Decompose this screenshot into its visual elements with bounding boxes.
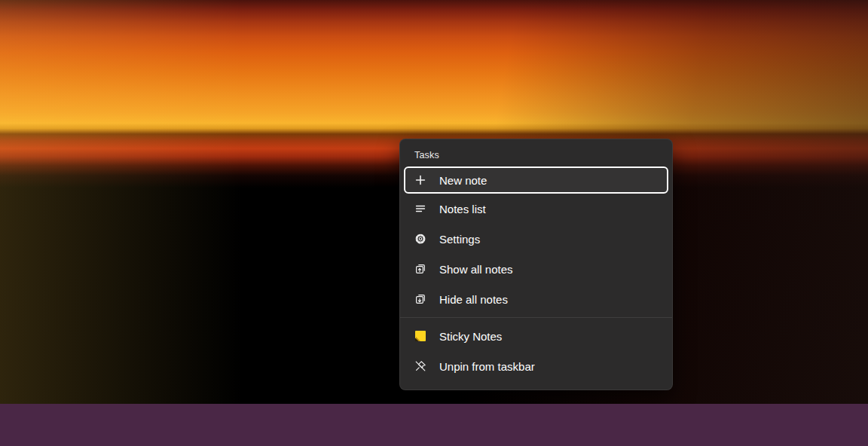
menu-item-settings[interactable]: Settings (400, 224, 672, 254)
plus-icon (414, 174, 426, 186)
sticky-notes-jumplist-menu: Tasks New note Notes list Settings (399, 139, 673, 390)
menu-item-label: Settings (439, 233, 480, 246)
menu-item-label: Sticky Notes (439, 330, 502, 343)
menu-item-show-all-notes[interactable]: Show all notes (400, 254, 672, 284)
menu-item-label: New note (439, 174, 487, 187)
hide-all-notes-icon (414, 293, 426, 305)
taskbar: Search 31 (0, 404, 868, 446)
menu-item-sticky-notes-app[interactable]: Sticky Notes (400, 321, 672, 351)
menu-item-label: Hide all notes (439, 293, 508, 306)
sticky-notes-icon (414, 330, 426, 342)
menu-item-unpin[interactable]: Unpin from taskbar (400, 351, 672, 381)
desktop-screen: Tasks New note Notes list Settings (0, 0, 868, 446)
menu-item-label: Unpin from taskbar (439, 360, 535, 373)
show-all-notes-icon (414, 263, 426, 275)
menu-item-new-note[interactable]: New note (404, 166, 668, 194)
menu-item-label: Show all notes (439, 263, 513, 276)
jumplist-section-header: Tasks (400, 139, 672, 163)
gear-icon (414, 233, 426, 245)
unpin-icon (414, 360, 426, 372)
menu-item-notes-list[interactable]: Notes list (400, 194, 672, 224)
menu-divider (400, 317, 672, 318)
list-icon (414, 203, 426, 215)
menu-item-hide-all-notes[interactable]: Hide all notes (400, 284, 672, 314)
menu-item-label: Notes list (439, 203, 486, 215)
